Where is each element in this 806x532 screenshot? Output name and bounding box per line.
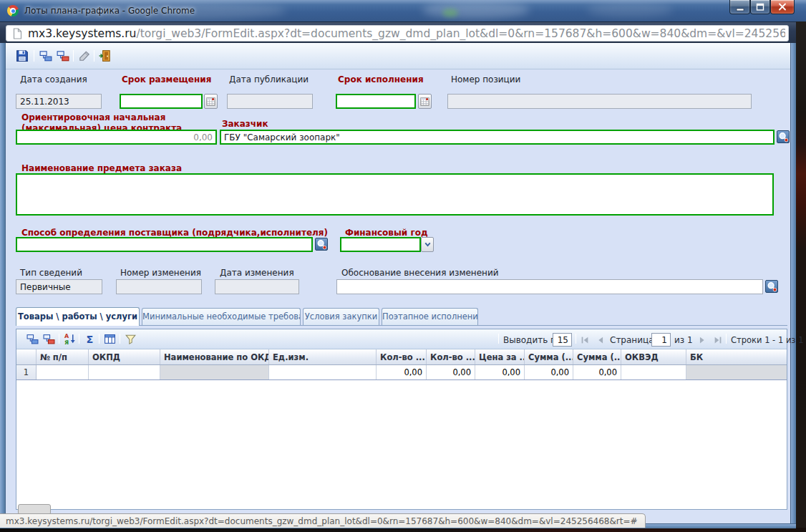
pager-separator bbox=[576, 334, 576, 344]
column-header[interactable]: Цена за ... bbox=[475, 349, 525, 364]
tab-minimum-requirements[interactable]: Минимальные необходимые требования bbox=[142, 308, 301, 325]
info-type-field[interactable] bbox=[16, 279, 102, 294]
tab-goods-works-services[interactable]: Товары \ работы \ услуги bbox=[16, 307, 140, 326]
window-titlebar[interactable]: Лоты плана-графика - Google Chrome bbox=[0, 0, 806, 21]
column-header[interactable]: ОКВЭД bbox=[621, 349, 686, 364]
execution-calendar-button[interactable] bbox=[418, 94, 432, 109]
column-header[interactable]: Наименование по ОКДП bbox=[160, 349, 269, 364]
placement-deadline-field[interactable] bbox=[120, 94, 203, 109]
column-header[interactable]: Кол-во ... bbox=[377, 349, 427, 364]
customer-label: Заказчик bbox=[222, 119, 268, 129]
url-input[interactable]: mx3.keysystems.ru/torgi_web3/FormEdit.as… bbox=[6, 25, 789, 42]
grid-sort-button[interactable]: А Я bbox=[62, 332, 77, 346]
cell-qty2[interactable]: 0,00 bbox=[427, 365, 475, 379]
cell-okpd[interactable] bbox=[89, 365, 160, 379]
pager-separator bbox=[726, 334, 727, 344]
publication-date-field[interactable] bbox=[227, 94, 313, 109]
max-price-field[interactable] bbox=[16, 130, 217, 145]
column-header[interactable]: Кол-во ... bbox=[427, 349, 475, 364]
grid-sum-button[interactable]: Σ bbox=[82, 332, 97, 346]
cell-num[interactable] bbox=[37, 365, 89, 379]
add-row-icon bbox=[26, 333, 39, 345]
save-icon bbox=[16, 49, 29, 62]
publication-date-label: Дата публикации bbox=[229, 74, 309, 84]
page-number-input[interactable] bbox=[651, 333, 671, 347]
customer-field[interactable] bbox=[220, 130, 775, 145]
supplier-method-field[interactable] bbox=[16, 237, 313, 252]
column-header[interactable] bbox=[16, 349, 37, 364]
add-button[interactable] bbox=[38, 48, 54, 64]
row-number-cell[interactable]: 1 bbox=[16, 365, 37, 379]
supplier-method-lookup-button[interactable] bbox=[315, 238, 328, 251]
last-page-button[interactable] bbox=[712, 334, 724, 346]
column-header[interactable]: Ед.изм. bbox=[269, 349, 377, 364]
toolbar-separator bbox=[73, 50, 74, 62]
last-page-icon bbox=[713, 335, 723, 345]
column-header[interactable]: ОКПД bbox=[89, 349, 160, 364]
position-number-label: Номер позиции bbox=[451, 74, 520, 84]
placement-calendar-button[interactable] bbox=[204, 94, 218, 109]
column-header[interactable]: Сумма (... bbox=[573, 349, 621, 364]
svg-text:Σ: Σ bbox=[86, 333, 93, 344]
close-button[interactable] bbox=[770, 0, 795, 14]
grid-filter-button[interactable] bbox=[123, 332, 137, 346]
url-path: /torgi_web3/FormEdit.aspx?dt=documents_g… bbox=[136, 27, 785, 40]
column-header[interactable]: Сумма (... bbox=[525, 349, 573, 364]
cell-okved[interactable] bbox=[621, 365, 686, 379]
position-number-field[interactable] bbox=[447, 94, 752, 109]
placement-deadline-label: Срок размещения bbox=[122, 74, 211, 84]
column-header[interactable]: БК bbox=[686, 349, 787, 364]
first-page-button[interactable] bbox=[578, 334, 591, 346]
page-label: Страница bbox=[610, 335, 654, 345]
exit-button[interactable] bbox=[97, 48, 113, 64]
pager-separator bbox=[498, 334, 499, 344]
change-number-field[interactable] bbox=[116, 279, 202, 294]
prev-page-icon bbox=[596, 335, 606, 345]
fiscal-year-label: Финансовый год bbox=[345, 228, 428, 238]
grid-toolbar-separator bbox=[120, 334, 120, 344]
cell-sum2[interactable]: 0,00 bbox=[573, 365, 621, 379]
change-reason-field[interactable] bbox=[336, 279, 763, 294]
change-date-field[interactable] bbox=[215, 279, 299, 294]
next-page-button[interactable] bbox=[696, 334, 708, 346]
cell-price[interactable]: 0,00 bbox=[475, 365, 525, 379]
max-price-label-line1: Ориентировочная начальная bbox=[21, 112, 165, 122]
grid-columns-button[interactable] bbox=[102, 332, 117, 346]
screen: Лоты плана-графика - Google Chrome mx3. bbox=[0, 0, 806, 532]
delete-row-icon bbox=[57, 49, 69, 62]
delete-button[interactable] bbox=[55, 48, 71, 64]
prev-page-button[interactable] bbox=[594, 334, 606, 346]
fiscal-year-field[interactable] bbox=[340, 237, 421, 252]
titlebar-glass-highlight bbox=[442, 9, 458, 17]
customer-lookup-button[interactable] bbox=[777, 130, 790, 143]
next-page-icon bbox=[697, 335, 707, 345]
tab-staged-execution[interactable]: Поэтапное исполнение bbox=[382, 308, 478, 325]
chrome-icon bbox=[7, 5, 19, 16]
date-created-label: Дата создания bbox=[20, 74, 87, 84]
save-button[interactable] bbox=[14, 48, 30, 64]
subject-field[interactable] bbox=[16, 173, 774, 216]
browser-address-bar: mx3.keysystems.ru/torgi_web3/FormEdit.as… bbox=[0, 21, 796, 43]
status-link-bubble: mx3.keysystems.ru/torgi_web3/FormEdit.as… bbox=[0, 513, 646, 528]
cell-sum1[interactable]: 0,00 bbox=[525, 365, 573, 379]
column-header[interactable]: № п/п bbox=[37, 349, 89, 364]
fiscal-year-dropdown-button[interactable] bbox=[421, 237, 434, 252]
calendar-icon bbox=[205, 96, 216, 107]
filter-icon bbox=[125, 333, 137, 345]
cell-unit[interactable] bbox=[269, 365, 377, 379]
delete-row-icon bbox=[43, 333, 55, 345]
page-size-input[interactable] bbox=[553, 333, 572, 347]
execution-deadline-field[interactable] bbox=[336, 94, 416, 109]
maximize-icon bbox=[754, 1, 767, 13]
grid-toolbar-separator bbox=[79, 334, 79, 344]
date-created-field[interactable] bbox=[16, 94, 102, 109]
minimize-button[interactable] bbox=[729, 0, 750, 14]
maximize-button[interactable] bbox=[750, 0, 770, 14]
grid-delete-row-button[interactable] bbox=[42, 332, 56, 346]
tab-purchase-conditions[interactable]: Условия закупки bbox=[303, 308, 379, 325]
sign-button[interactable] bbox=[77, 48, 92, 64]
cell-qty1[interactable]: 0,00 bbox=[377, 365, 427, 379]
grid-add-row-button[interactable] bbox=[25, 332, 39, 346]
rows-count-label: Строки 1 - 1 из 1 bbox=[731, 335, 803, 345]
change-reason-lookup-button[interactable] bbox=[765, 280, 778, 293]
